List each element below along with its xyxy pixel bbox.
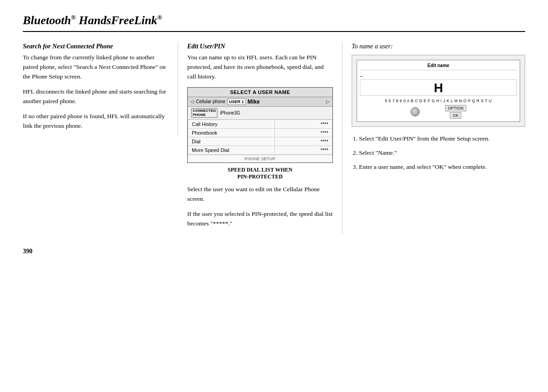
- menu-item-label: More Speed Dial: [188, 146, 275, 155]
- phone-bar-label: Cellular phone: [196, 99, 226, 104]
- menu-item-label: Phonebook: [188, 129, 275, 137]
- screen-footer: PHONE SETUP: [188, 155, 332, 162]
- left-para-2: HFL disconnects the linked phone and sta…: [23, 87, 169, 106]
- caption-line-2: PIN-PROTECTED: [237, 173, 283, 180]
- left-para-1: To change from the currently linked phon…: [23, 53, 169, 82]
- menu-item-label: Dial: [188, 137, 275, 146]
- middle-para-3: If the user you selected is PIN-protecte…: [187, 209, 333, 229]
- edit-name-inner: Edit name – H 5 6 7 8 9 0 A B C D E F G …: [357, 60, 520, 122]
- right-heading: To name a user:: [352, 43, 525, 50]
- menu-row: Phonebook ****: [188, 129, 332, 137]
- left-section-title: Search for Next Connected Phone: [23, 43, 169, 50]
- edit-name-display: H: [360, 79, 517, 96]
- page-title: Bluetooth® HandsFreeLink®: [23, 14, 162, 27]
- option-ok-row: OPTION OK: [360, 105, 517, 119]
- menu-item-stars: ****: [274, 146, 332, 155]
- screen-header: SELECT A USER NAME: [188, 88, 332, 97]
- menu-item-stars: ****: [274, 129, 332, 137]
- middle-para-2: Select the user you want to edit on the …: [187, 185, 333, 204]
- edit-name-cursor: –: [360, 73, 517, 78]
- left-para-3: If no other paired phone is found, HFL w…: [23, 112, 169, 131]
- caption-line-1: SPEED DIAL LIST WHEN: [228, 167, 293, 173]
- page-header: Bluetooth® HandsFreeLink®: [23, 14, 525, 32]
- phone-bar: ◁ Cellular phone USER 1 Mike ▷: [188, 97, 332, 107]
- select-user-screen: SELECT A USER NAME ◁ Cellular phone USER…: [187, 87, 333, 163]
- title-handsfreelink: HandsFreeLink: [76, 14, 157, 27]
- menu-row: More Speed Dial ****: [188, 146, 332, 155]
- edit-name-title: Edit name: [360, 63, 517, 70]
- menu-item-stars: ****: [274, 120, 332, 129]
- right-column: To name a user: Edit name – H 5 6 7 8 9 …: [342, 43, 525, 177]
- dial-knob: [411, 107, 420, 116]
- user-badge: USER 1: [227, 99, 246, 105]
- content-area: Search for Next Connected Phone To chang…: [23, 43, 525, 234]
- step-3: Enter a user name, and select "OK" when …: [359, 162, 525, 172]
- screen-caption: SPEED DIAL LIST WHEN PIN-PROTECTED: [187, 167, 333, 180]
- connected-phone-name: iPhone3G: [220, 110, 240, 115]
- ok-button[interactable]: OK: [450, 112, 461, 119]
- char-row: 5 6 7 8 9 0 A B C D E F G H I J K L M N …: [360, 99, 517, 103]
- connected-label: CONNECTEDPHONE: [191, 108, 217, 118]
- left-column: Search for Next Connected Phone To chang…: [23, 43, 178, 136]
- middle-para-1: You can name up to six HFL users. Each c…: [187, 53, 333, 82]
- reg-mark-1: ®: [71, 14, 75, 21]
- right-arrow-icon: ▷: [326, 99, 330, 104]
- steps-list: Select "Edit User/PIN" from the Phone Se…: [352, 134, 525, 172]
- connected-phone-bar: CONNECTEDPHONE iPhone3G: [188, 107, 332, 120]
- middle-column: Edit User/PIN You can name up to six HFL…: [178, 43, 342, 234]
- step-1: Select "Edit User/PIN" from the Phone Se…: [359, 134, 525, 144]
- step-2: Select "Name.": [359, 148, 525, 158]
- page-number: 390: [23, 248, 525, 255]
- menu-item-label: Call History: [188, 120, 275, 129]
- left-arrow-icon: ◁: [190, 99, 194, 104]
- user-name: Mike: [248, 99, 324, 105]
- reg-mark-2: ®: [157, 14, 162, 21]
- edit-name-screen: Edit name – H 5 6 7 8 9 0 A B C D E F G …: [352, 55, 525, 127]
- menu-table: Call History **** Phonebook **** Dial **…: [188, 120, 332, 155]
- title-bluetooth: Bluetooth: [23, 14, 71, 27]
- menu-item-stars: ****: [274, 137, 332, 146]
- middle-section-title: Edit User/PIN: [187, 43, 333, 50]
- menu-row: Dial ****: [188, 137, 332, 146]
- option-button[interactable]: OPTION: [445, 105, 467, 111]
- menu-row: Call History ****: [188, 120, 332, 129]
